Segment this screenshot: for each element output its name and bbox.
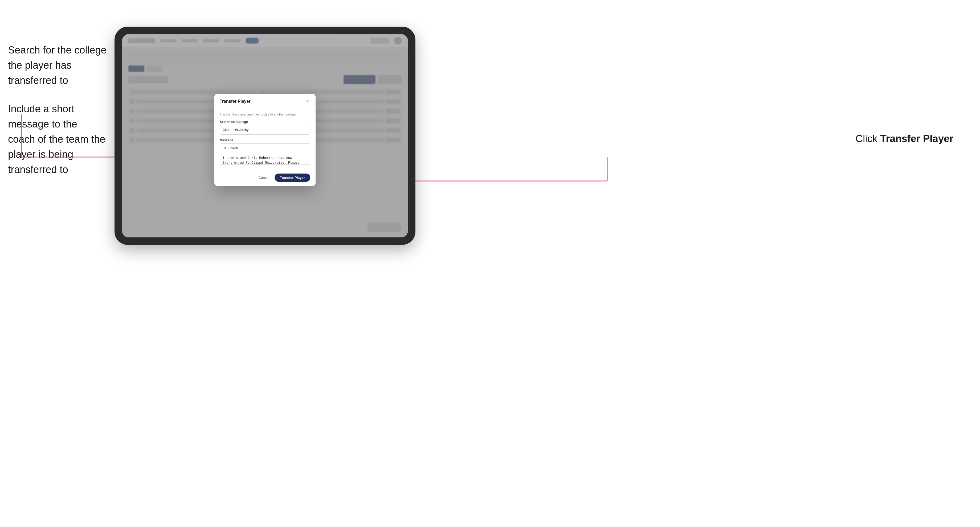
dialog-title: Transfer Player [220,99,251,104]
college-search-input[interactable] [220,125,310,135]
college-field-label: Search for College [220,120,310,124]
close-icon[interactable]: ✕ [304,98,310,104]
message-textarea[interactable]: Hi Coach, I understand Chris Robertson h… [220,143,310,165]
transfer-player-dialog: Transfer Player ✕ Transfer the player an… [215,94,316,186]
annotation-right: Click Transfer Player [856,133,954,144]
annotation-search-text: Search for the college the player has tr… [8,43,107,88]
dialog-subtitle: Transfer the player and their profile to… [220,113,310,116]
cancel-button[interactable]: Cancel [256,174,272,181]
dialog-footer: Cancel Transfer Player [215,170,316,186]
annotation-left: Search for the college the player has tr… [8,43,107,190]
message-field-label: Message [220,138,310,142]
annotation-click-prefix: Click [856,133,880,144]
annotation-transfer-player-text: Transfer Player [880,133,953,144]
tablet-screen: Transfer Player ✕ Transfer the player an… [122,34,408,237]
modal-overlay: Transfer Player ✕ Transfer the player an… [122,34,408,237]
dialog-body: Transfer the player and their profile to… [215,108,316,170]
annotation-message-text: Include a short message to the coach of … [8,102,107,177]
tablet-frame: Transfer Player ✕ Transfer the player an… [115,27,415,245]
dialog-header: Transfer Player ✕ [215,94,316,108]
transfer-player-button[interactable]: Transfer Player [275,173,310,182]
